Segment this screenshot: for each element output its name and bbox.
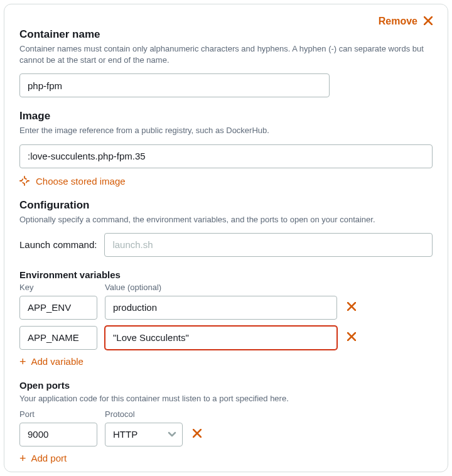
choose-stored-image-button[interactable]: Choose stored image (19, 176, 433, 187)
image-title: Image (19, 110, 433, 122)
env-row (19, 326, 433, 350)
add-variable-button[interactable]: + Add variable (19, 356, 433, 367)
image-input[interactable] (19, 144, 433, 168)
add-port-label: Add port (31, 453, 67, 463)
image-desc: Enter the image reference from a public … (19, 125, 433, 136)
remove-row: Remove (19, 16, 433, 27)
env-vars-section: Environment variables Key Value (optiona… (19, 269, 433, 367)
image-section: Image Enter the image reference from a p… (19, 110, 433, 186)
env-key-header: Key (19, 283, 97, 292)
protocol-header: Protocol (105, 409, 183, 419)
close-icon[interactable] (424, 16, 433, 27)
env-key-input[interactable] (19, 326, 97, 350)
open-ports-section: Open ports Your application code for thi… (19, 380, 433, 464)
configuration-title: Configuration (19, 199, 433, 212)
remove-env-row-button[interactable] (345, 331, 358, 344)
open-ports-title: Open ports (19, 380, 433, 391)
svg-point-0 (22, 178, 27, 183)
add-variable-label: Add variable (31, 356, 83, 367)
env-value-header: Value (optional) (105, 283, 433, 292)
open-ports-desc: Your application code for this container… (19, 393, 433, 404)
container-name-input[interactable] (19, 73, 330, 97)
protocol-select[interactable]: HTTP (105, 423, 183, 446)
port-row: HTTP (19, 423, 433, 446)
protocol-value: HTTP (113, 429, 137, 440)
env-value-input[interactable] (105, 296, 337, 320)
plus-icon: + (19, 453, 26, 464)
port-header: Port (19, 409, 97, 419)
container-name-section: Container name Container names must cont… (19, 28, 433, 97)
env-value-input[interactable] (105, 326, 337, 350)
launch-command-label: Launch command: (19, 239, 97, 250)
remove-env-row-button[interactable] (345, 301, 358, 314)
configuration-section: Configuration Optionally specify a comma… (19, 199, 433, 257)
remove-port-row-button[interactable] (190, 428, 204, 441)
env-key-input[interactable] (19, 296, 97, 320)
plus-icon: + (19, 356, 26, 367)
port-input[interactable] (19, 423, 97, 446)
launch-command-input[interactable] (104, 233, 433, 257)
env-row (19, 296, 433, 320)
env-vars-title: Environment variables (19, 269, 433, 280)
remove-button[interactable]: Remove (379, 16, 417, 27)
target-icon (19, 176, 30, 186)
container-name-title: Container name (19, 28, 433, 41)
container-name-desc: Container names must contain only alphan… (19, 43, 433, 66)
choose-stored-image-label: Choose stored image (36, 176, 126, 187)
container-config-panel: Remove Container name Container names mu… (4, 4, 448, 472)
add-port-button[interactable]: + Add port (19, 453, 433, 464)
configuration-desc: Optionally specify a command, the enviro… (19, 214, 433, 225)
